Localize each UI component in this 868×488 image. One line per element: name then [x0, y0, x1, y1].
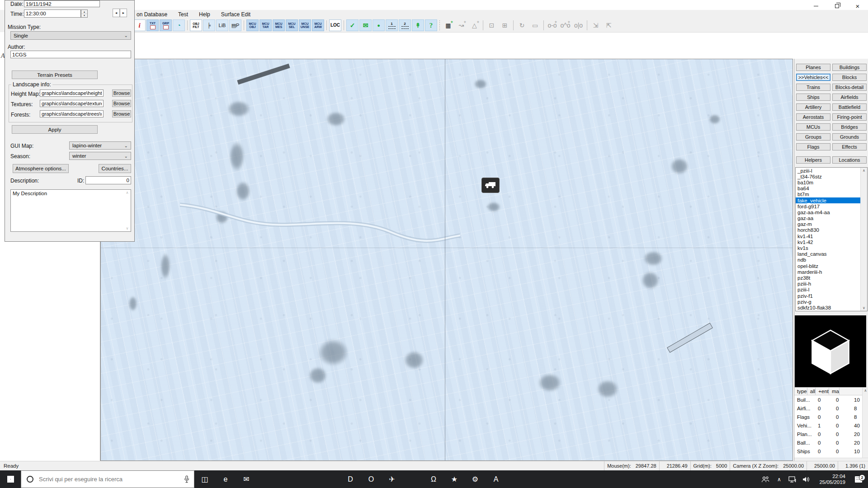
category-effects[interactable]: Effects — [832, 143, 867, 150]
il2-icon[interactable]: ✈ — [382, 470, 402, 488]
image-globe-button[interactable]: ⊡ — [486, 19, 498, 31]
category-grounds[interactable]: Grounds — [832, 133, 867, 141]
explorer-icon[interactable] — [319, 470, 340, 488]
spin-down-icon[interactable]: ▼ — [81, 14, 87, 18]
table-row[interactable]: Flags 0 0 8 — [794, 413, 868, 421]
prev-day-button[interactable]: ◄ — [113, 9, 120, 17]
text-labels-button[interactable]: TXT — [146, 19, 159, 31]
category-mcus[interactable]: MCUs — [796, 123, 830, 131]
list-item[interactable]: ndb — [796, 257, 861, 263]
category-battlefield[interactable]: Battlefield — [832, 103, 867, 111]
list-item[interactable]: land_canvas — [796, 251, 861, 257]
image-frame-button[interactable]: ⊞ — [499, 19, 511, 31]
notification-button[interactable]: 2 — [849, 476, 868, 483]
category-airfields[interactable]: Airfields — [832, 94, 867, 101]
next-day-button[interactable]: ► — [120, 9, 127, 17]
map-canvas[interactable] — [100, 59, 793, 461]
road-1-button[interactable]: 1 — [386, 19, 398, 31]
table-header-cell[interactable]: type — [794, 388, 807, 395]
start-button[interactable] — [0, 470, 21, 488]
height-map-browse-button[interactable]: Browse — [112, 89, 131, 97]
scroll-up-icon[interactable]: ∧ — [864, 389, 867, 458]
object-filter-button[interactable]: OBJ FILT — [190, 19, 202, 31]
settings-icon[interactable]: ⚙ — [465, 470, 486, 488]
rotate-button[interactable]: ↻ — [516, 19, 528, 31]
category-firing-point[interactable]: Firing-point — [832, 113, 867, 121]
network-icon[interactable] — [786, 476, 799, 483]
description-textarea[interactable] — [10, 189, 131, 232]
add-route-button[interactable]: ↝+ — [455, 19, 467, 31]
list-item[interactable]: fake_vehicle — [796, 197, 861, 203]
category-flags[interactable]: Flags — [796, 143, 830, 150]
apply-button[interactable]: Apply — [12, 125, 98, 134]
list-item[interactable]: ford-g917 — [796, 203, 861, 209]
category-locations[interactable]: Locations — [832, 156, 867, 164]
list-item[interactable]: kv1-41 — [796, 233, 861, 239]
tray-expand-icon[interactable]: ∧ — [772, 476, 786, 483]
forests-input[interactable] — [40, 110, 104, 117]
mission-type-select[interactable]: Single ⌄ — [10, 31, 131, 40]
search-input[interactable] — [38, 475, 179, 483]
point-button[interactable]: ● — [373, 19, 385, 31]
category-vehicles[interactable]: >>Vehicles<< — [796, 74, 830, 81]
object-preview[interactable] — [795, 315, 866, 387]
import-button[interactable]: ⇲ — [590, 19, 602, 31]
add-curve-button[interactable]: o^o+ — [559, 19, 571, 31]
id-input[interactable] — [85, 176, 131, 184]
table-hscrollbar[interactable] — [794, 458, 868, 461]
terrain-presets-button[interactable]: Terrain Presets — [12, 70, 98, 79]
height-map-input[interactable] — [40, 89, 104, 97]
filter-button[interactable]: ╞ — [203, 19, 215, 31]
mcu-unse-button[interactable]: MCU UNSE — [299, 19, 311, 31]
category-artillery[interactable]: Artillery — [796, 103, 830, 111]
list-item[interactable]: ba64 — [796, 186, 861, 192]
atmosphere-options-button[interactable]: Atmosphere options... — [13, 164, 69, 173]
vehicle-marker[interactable] — [481, 178, 500, 193]
category-bridges[interactable]: Bridges — [832, 123, 867, 131]
table-row[interactable]: Plan... 0 0 20 — [794, 430, 868, 438]
time-input[interactable] — [24, 9, 81, 18]
date-input[interactable] — [24, 0, 100, 7]
teamspeak-icon[interactable]: Ω — [423, 470, 444, 488]
mcu-sel-button[interactable]: MCU SEL — [286, 19, 298, 31]
category-trains[interactable]: Trains — [796, 84, 830, 91]
origin-icon[interactable]: O — [361, 470, 382, 488]
category-aerostats[interactable]: Aerostats — [796, 113, 830, 121]
opera-icon[interactable] — [278, 470, 298, 488]
menu-help[interactable]: Help — [199, 11, 210, 18]
group-labels-button[interactable]: GRP — [160, 19, 172, 31]
export-button[interactable]: ⇱ — [603, 19, 615, 31]
location-button[interactable]: LOC — [329, 19, 341, 31]
transform-button[interactable]: ▭ — [529, 19, 541, 31]
category-planes[interactable]: Planes — [796, 64, 830, 71]
tree-button[interactable]: ↟ — [412, 19, 424, 31]
search-box[interactable] — [21, 470, 194, 488]
list-item[interactable]: ba10m — [796, 179, 861, 185]
mail-icon[interactable]: ✉ — [236, 470, 257, 488]
discord-icon[interactable]: D — [340, 470, 361, 488]
time-button[interactable]: ◔ — [173, 19, 185, 31]
table-scrollbar[interactable]: ∧ — [862, 388, 868, 458]
description-scrollbar[interactable]: ∧ ∨ — [124, 190, 131, 231]
check-button[interactable]: ✓ — [346, 19, 359, 31]
menu-surface-edit[interactable]: Surface Edit — [221, 11, 250, 18]
table-row[interactable]: Ball... 0 0 20 — [794, 438, 868, 447]
list-item[interactable]: kv1-42 — [796, 239, 861, 245]
list-item[interactable]: marderiii-h — [796, 269, 861, 275]
category-helpers[interactable]: Helpers — [796, 156, 830, 164]
list-item[interactable]: pziv-g — [796, 299, 861, 305]
list-item[interactable]: pziii-l — [796, 287, 861, 293]
help-button[interactable]: ? — [425, 19, 437, 31]
list-item[interactable]: sdkfz10-flak38 — [796, 305, 861, 310]
menu-test[interactable]: Test — [178, 11, 188, 18]
insert-node-button[interactable]: o|o — [572, 19, 585, 31]
table-row[interactable]: Airfi... 0 0 8 — [794, 404, 868, 413]
table-row[interactable]: Buil... 0 0 10 — [794, 395, 868, 404]
laptop-icon[interactable] — [257, 470, 278, 488]
add-node-button[interactable]: o-o+ — [546, 19, 558, 31]
add-chess-button[interactable]: ▦+ — [442, 19, 454, 31]
table-header-cell[interactable]: +ent — [816, 388, 829, 395]
library-button[interactable]: LiB — [216, 19, 228, 31]
list-item[interactable]: gaz-m — [796, 221, 861, 227]
author-input[interactable] — [10, 51, 131, 58]
